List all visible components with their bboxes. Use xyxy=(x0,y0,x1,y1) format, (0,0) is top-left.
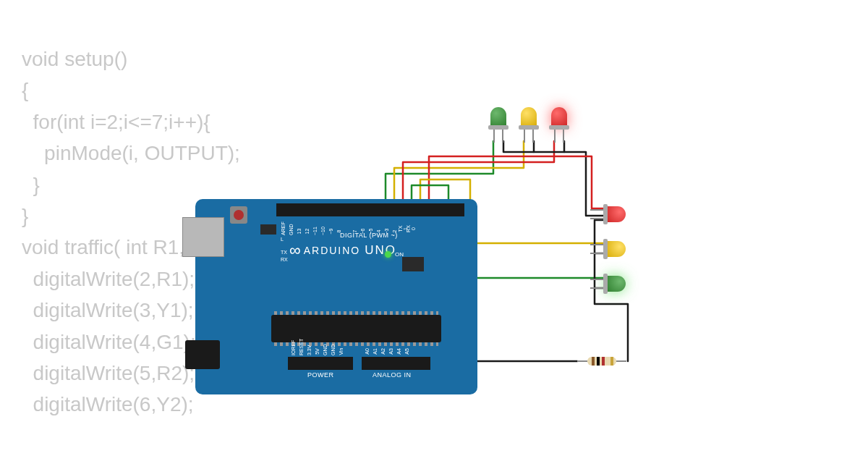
atmega-chip xyxy=(271,315,441,342)
icsp-header xyxy=(260,224,276,235)
digital-pin-header xyxy=(276,203,464,216)
usb-port xyxy=(182,217,224,257)
analog-pin-header xyxy=(362,357,430,370)
power-pin-labels: IOREFRESET3.3V5VGNDGNDVin xyxy=(289,349,345,354)
resistor-lead xyxy=(577,360,587,362)
rx-label: RX xyxy=(281,257,288,262)
power-section-label: POWER xyxy=(307,371,334,379)
resistor-lead xyxy=(616,360,626,362)
led-yellow-right xyxy=(605,241,626,257)
led-red-right xyxy=(605,206,626,222)
arduino-uno-board: ∞ ARDUINO UNO L TX RX ON DIGITAL (PWM ~)… xyxy=(195,199,477,394)
analog-pin-labels: A0A1A2A3A4A5 xyxy=(363,349,411,354)
arduino-logo-icon: ∞ xyxy=(289,241,299,260)
digital-pin-labels: AREFGND1312~11~10~987~6~54~32TX 1RX 0 xyxy=(279,224,414,234)
led-green-right xyxy=(605,276,626,292)
led-red-top xyxy=(551,107,567,127)
power-pin-header xyxy=(288,357,353,370)
power-led-icon xyxy=(385,251,391,258)
reset-button[interactable] xyxy=(230,206,247,224)
power-jack xyxy=(185,340,220,369)
resistor xyxy=(587,357,616,366)
led-green-top xyxy=(490,107,506,127)
board-branding: ∞ ARDUINO UNO xyxy=(289,241,396,260)
l-led-label: L xyxy=(281,237,284,242)
led-yellow-top xyxy=(521,107,537,127)
on-label: ON xyxy=(395,251,404,258)
analog-section-label: ANALOG IN xyxy=(373,371,412,379)
tx-label: TX xyxy=(281,250,287,255)
icsp2-header xyxy=(402,257,424,271)
